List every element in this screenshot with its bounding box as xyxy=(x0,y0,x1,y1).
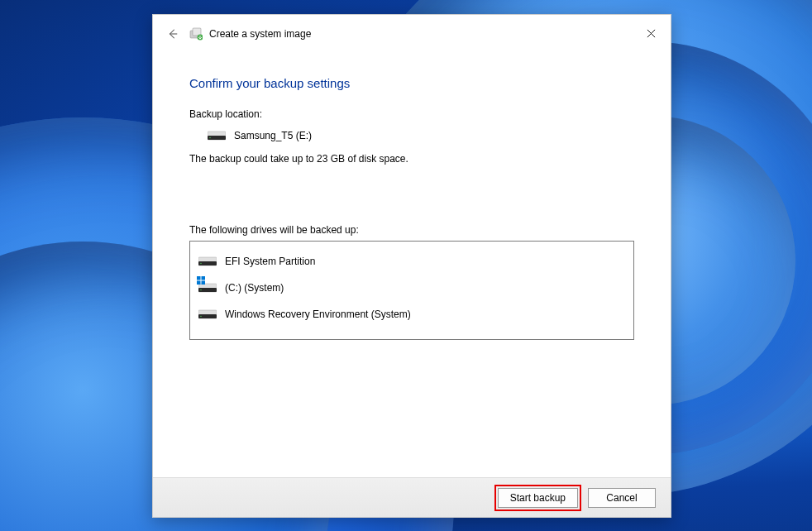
drive-row-recovery: Windows Recovery Environment (System) xyxy=(198,301,625,328)
svg-rect-10 xyxy=(202,276,206,280)
start-backup-button[interactable]: Start backup xyxy=(498,488,578,508)
system-image-dialog: Create a system image Confirm your backu… xyxy=(152,14,671,518)
drive-name: EFI System Partition xyxy=(225,256,315,267)
space-estimate-text: The backup could take up to 23 GB of dis… xyxy=(189,153,634,165)
drives-list-box: EFI System Partition xyxy=(189,241,634,340)
svg-rect-11 xyxy=(197,281,201,285)
hard-drive-icon xyxy=(198,309,217,320)
close-button[interactable] xyxy=(642,25,659,41)
dialog-title: Create a system image xyxy=(209,28,311,40)
svg-rect-12 xyxy=(202,281,206,285)
drive-name: Windows Recovery Environment (System) xyxy=(225,309,411,320)
dialog-header: Create a system image xyxy=(153,15,671,53)
drive-row-efi: EFI System Partition xyxy=(198,248,625,275)
cancel-button[interactable]: Cancel xyxy=(588,488,656,508)
backup-location-row: Samsung_T5 (E:) xyxy=(189,130,634,141)
svg-point-8 xyxy=(200,263,202,265)
backup-app-icon xyxy=(189,27,203,41)
drives-list-label: The following drives will be backed up: xyxy=(189,224,634,236)
dialog-body: Confirm your backup settings Backup loca… xyxy=(153,53,671,477)
page-heading: Confirm your backup settings xyxy=(189,76,634,90)
hard-drive-icon xyxy=(198,256,217,267)
hard-drive-icon xyxy=(208,130,226,141)
svg-point-15 xyxy=(200,289,202,291)
windows-logo-icon xyxy=(197,275,205,284)
drive-name: (C:) (System) xyxy=(225,282,284,294)
svg-rect-9 xyxy=(197,276,201,280)
drive-row-c: (C:) (System) xyxy=(198,275,625,301)
annotation-highlight: Start backup xyxy=(494,485,581,511)
back-button[interactable] xyxy=(165,26,181,42)
backup-location-label: Backup location: xyxy=(189,108,634,120)
dialog-footer: Start backup Cancel xyxy=(153,477,671,517)
backup-location-value: Samsung_T5 (E:) xyxy=(234,130,312,141)
svg-point-18 xyxy=(200,316,202,318)
svg-point-5 xyxy=(209,137,211,139)
